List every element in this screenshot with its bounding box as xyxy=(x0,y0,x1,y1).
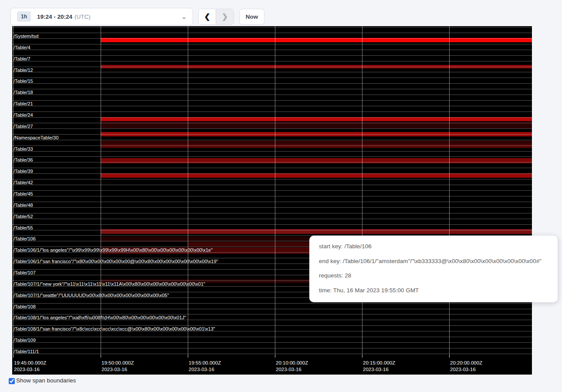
span-boundary-line xyxy=(12,213,532,213)
row-label: /Table/108/1/"los angeles"/"\xa8\xf5\u00… xyxy=(14,315,186,320)
span-boundary-line xyxy=(12,95,532,95)
span-boundary-line xyxy=(12,325,532,326)
row-label: /Table/107/1/"seattle"/"UUUUUUD\x00\x80\… xyxy=(14,293,169,298)
span-boundary-line xyxy=(12,128,532,129)
row-label: /Table/52 xyxy=(14,214,33,219)
row-label: /Table/42 xyxy=(14,180,33,185)
next-range-button[interactable]: ❯ xyxy=(216,9,234,24)
show-span-boundaries-checkbox[interactable] xyxy=(9,378,15,384)
span-boundary-line xyxy=(12,55,532,56)
span-boundary-line xyxy=(12,78,532,78)
span-boundary-line xyxy=(12,83,532,84)
axis-label: 20:10:00.000Z2023-03-16 xyxy=(276,360,308,373)
time-range-zone: (UTC) xyxy=(74,14,91,20)
span-boundary-line xyxy=(12,106,532,106)
row-label: /Table/108 xyxy=(14,304,36,309)
span-boundary-line xyxy=(12,112,532,112)
time-range-value: 19:24 - 20:24 xyxy=(37,14,72,20)
row-label: /Table/39 xyxy=(14,169,33,174)
span-boundary-line xyxy=(12,140,532,140)
row-label: /Table/107 xyxy=(14,270,36,275)
heat-band xyxy=(101,144,532,148)
span-boundary-line xyxy=(12,27,532,27)
span-boundary-line xyxy=(12,38,532,39)
row-label: /Table/21 xyxy=(14,101,33,106)
row-label: /Table/15 xyxy=(14,78,33,84)
chevron-left-icon: ❮ xyxy=(204,12,210,21)
span-boundary-line xyxy=(12,123,532,123)
span-boundary-line xyxy=(12,303,532,304)
row-label: /Table/106/1/"san francisco"/"\x80\x00\x… xyxy=(14,259,218,264)
row-label: /Table/108/1/"san francisco"/"\x8c\xcc\x… xyxy=(14,326,215,331)
span-boundary-line xyxy=(12,44,532,44)
span-boundary-line xyxy=(12,134,532,135)
span-boundary-line xyxy=(12,89,532,89)
span-boundary-line xyxy=(12,309,532,309)
axis-label: 19:45:00.000Z2023-03-16 xyxy=(14,360,46,373)
time-gridline xyxy=(362,26,362,357)
axis-label: 19:50:00.000Z2023-03-16 xyxy=(102,360,134,373)
row-label: /Table/109 xyxy=(14,338,36,343)
time-gridline xyxy=(101,26,101,357)
tooltip-start-key: start key: /Table/106 xyxy=(319,239,558,254)
time-axis: 19:45:00.000Z2023-03-1619:50:00.000Z2023… xyxy=(12,357,532,375)
tooltip-time: time: Thu, 16 Mar 2023 19:55:00 GMT xyxy=(319,283,558,298)
span-boundary-line xyxy=(12,162,532,162)
time-gridline xyxy=(275,26,275,357)
span-boundary-line xyxy=(12,202,532,202)
span-tooltip: start key: /Table/106 end key: /Table/10… xyxy=(309,236,558,302)
span-boundary-line xyxy=(12,185,532,185)
span-boundary-line xyxy=(12,145,532,146)
row-label: /Table/111/1 xyxy=(14,349,39,354)
row-label: /Table/48 xyxy=(14,203,33,208)
row-label: /Table/7 xyxy=(14,56,30,61)
time-range-dropdown[interactable]: 1h 19:24 - 20:24 (UTC) ⌄ xyxy=(10,8,193,25)
span-boundary-line xyxy=(12,337,532,337)
axis-label: 19:55:00.000Z2023-03-16 xyxy=(189,360,221,373)
row-label: /Table/24 xyxy=(14,112,33,118)
span-boundary-line xyxy=(12,354,532,354)
time-range-preset-badge: 1h xyxy=(17,11,31,22)
row-label: /Table/106/1/"los angeles"/"\x99\x99\x99… xyxy=(14,247,213,253)
tooltip-end-key: end key: /Table/106/1/"amsterdam"/"\xb33… xyxy=(319,254,558,269)
span-boundary-line xyxy=(12,314,532,314)
axis-label: 20:20:00.000Z2023-03-16 xyxy=(450,360,482,373)
row-label: /System/tsd xyxy=(14,34,38,39)
span-boundary-line xyxy=(12,207,532,208)
span-boundary-line xyxy=(12,33,532,33)
now-button[interactable]: Now xyxy=(239,9,264,25)
row-label: /Table/4 xyxy=(14,45,30,50)
time-nav-group: ❮ ❯ xyxy=(198,9,234,25)
row-label: /Table/27 xyxy=(14,124,33,129)
axis-label: 20:15:00.000Z2023-03-16 xyxy=(363,360,395,373)
row-label: /Table/36 xyxy=(14,157,33,162)
heatmap-plot[interactable]: /System/tsd/Table/4/Table/7/Table/12/Tab… xyxy=(12,26,532,357)
span-boundary-line xyxy=(12,168,532,168)
heat-band xyxy=(101,141,532,144)
span-boundary-line xyxy=(12,219,532,219)
span-boundary-line xyxy=(12,342,532,343)
span-boundary-line xyxy=(12,151,532,152)
time-gridline xyxy=(188,26,188,357)
span-boundary-line xyxy=(12,72,532,72)
row-label: /Table/45 xyxy=(14,191,33,196)
span-boundary-line xyxy=(12,179,532,179)
show-span-boundaries-label: Show span boundaries xyxy=(16,377,76,384)
span-boundary-line xyxy=(12,50,532,50)
span-boundary-line xyxy=(12,67,532,67)
row-label: /Table/55 xyxy=(14,225,33,230)
span-boundary-line xyxy=(12,190,532,191)
span-boundary-line xyxy=(12,61,532,61)
heat-band xyxy=(101,173,532,178)
heat-band xyxy=(101,117,532,121)
time-gridline xyxy=(449,26,450,357)
span-boundary-line xyxy=(12,156,532,157)
show-span-boundaries-row: Show span boundaries xyxy=(9,377,76,384)
previous-range-button[interactable]: ❮ xyxy=(199,9,216,24)
span-boundary-line xyxy=(12,196,532,196)
key-visualizer-chart[interactable]: /System/tsd/Table/4/Table/7/Table/12/Tab… xyxy=(12,26,532,375)
toolbar: 1h 19:24 - 20:24 (UTC) ⌄ ❮ ❯ Now xyxy=(0,0,562,26)
tooltip-requests: requests: 28 xyxy=(319,268,558,283)
span-boundary-line xyxy=(12,230,532,230)
row-label: /Table/12 xyxy=(14,68,33,73)
